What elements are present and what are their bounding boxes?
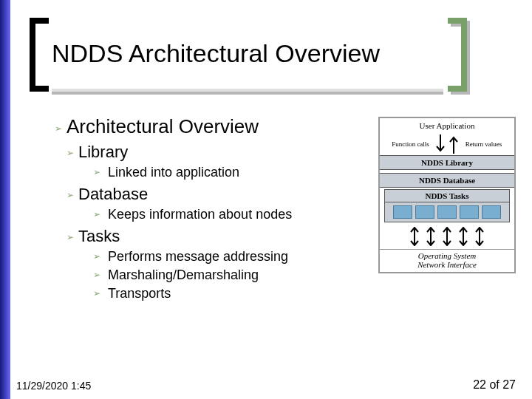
diagram-ndds-tasks-label: NDDS Tasks <box>385 190 509 202</box>
slide: NDDS Architectural Overview ➢ Architectu… <box>0 0 532 399</box>
bullet-icon: ➢ <box>66 190 74 200</box>
diagram-task-arrows <box>380 225 514 249</box>
bracket-left-icon <box>30 18 49 92</box>
architecture-diagram: User Application Function calls Return v… <box>378 117 516 273</box>
bullet-icon: ➢ <box>66 148 74 158</box>
diagram-ndds-database: NDDS Database <box>380 173 514 188</box>
bullet-icon: ➢ <box>93 209 100 219</box>
list-item: ➢ Library <box>66 143 365 162</box>
heading-level-1: Architectural Overview <box>66 115 259 138</box>
slide-title: NDDS Architectural Overview <box>41 21 455 67</box>
task-box-icon <box>482 205 501 219</box>
heading-level-2: Library <box>78 143 128 162</box>
heading-level-2: Tasks <box>78 227 120 246</box>
diagram-os-layer: Operating System Network Interface <box>380 249 514 272</box>
arrow-down-icon <box>434 134 447 154</box>
left-accent-bar <box>0 0 10 399</box>
list-item: ➢ Tasks <box>66 227 365 246</box>
diagram-os-text: Operating System Network Interface <box>383 251 511 269</box>
task-box-icon <box>460 205 479 219</box>
bullet-icon: ➢ <box>55 123 62 134</box>
diagram-user-app: User Application <box>380 118 514 133</box>
bullet-icon: ➢ <box>93 288 100 299</box>
list-item: ➢ Transports <box>93 286 365 301</box>
diagram-return-values-label: Return values <box>460 140 507 148</box>
arrow-updown-icon <box>442 227 452 246</box>
list-item: ➢ Marshaling/Demarshaling <box>93 267 365 283</box>
arrow-updown-icon <box>426 227 436 246</box>
bullet-icon: ➢ <box>93 251 100 262</box>
diagram-func-calls-label: Function calls <box>387 140 434 148</box>
bullet-text: Transports <box>108 286 171 301</box>
footer-page-number: 22 of 27 <box>473 378 516 392</box>
list-item: ➢ Keeps information about nodes <box>93 207 365 222</box>
content-body: ➢ Architectural Overview ➢ Library ➢ Lin… <box>55 115 365 301</box>
bullet-icon: ➢ <box>93 167 100 177</box>
bullet-icon: ➢ <box>93 270 100 280</box>
footer-timestamp: 11/29/2020 1:45 <box>16 380 91 392</box>
task-box-icon <box>437 205 457 219</box>
arrow-up-icon <box>447 134 460 154</box>
bullet-text: Marshaling/Demarshaling <box>108 267 259 283</box>
diagram-ndds-library: NDDS Library <box>380 155 514 170</box>
arrow-updown-icon <box>474 227 485 246</box>
task-box-icon <box>393 205 412 219</box>
title-rule-shadow-icon <box>52 92 443 95</box>
arrow-updown-icon <box>458 227 468 246</box>
title-container: NDDS Architectural Overview <box>41 21 455 81</box>
list-item: ➢ Database <box>66 185 365 204</box>
task-box-icon <box>415 205 434 219</box>
bullet-text: Keeps information about nodes <box>108 207 292 222</box>
diagram-arrows-top: Function calls Return values <box>380 133 514 155</box>
diagram-tasks-wrap: NDDS Tasks <box>384 189 510 222</box>
bullet-text: Linked into application <box>108 165 239 180</box>
list-item: ➢ Architectural Overview <box>55 115 365 138</box>
diagram-task-row <box>385 202 509 222</box>
bullet-text: Performs message addressing <box>108 249 288 265</box>
bracket-right-icon <box>448 18 467 92</box>
bullet-icon: ➢ <box>66 232 74 242</box>
heading-level-2: Database <box>78 185 148 204</box>
list-item: ➢ Linked into application <box>93 165 365 180</box>
list-item: ➢ Performs message addressing <box>93 249 365 265</box>
arrow-updown-icon <box>409 227 420 246</box>
